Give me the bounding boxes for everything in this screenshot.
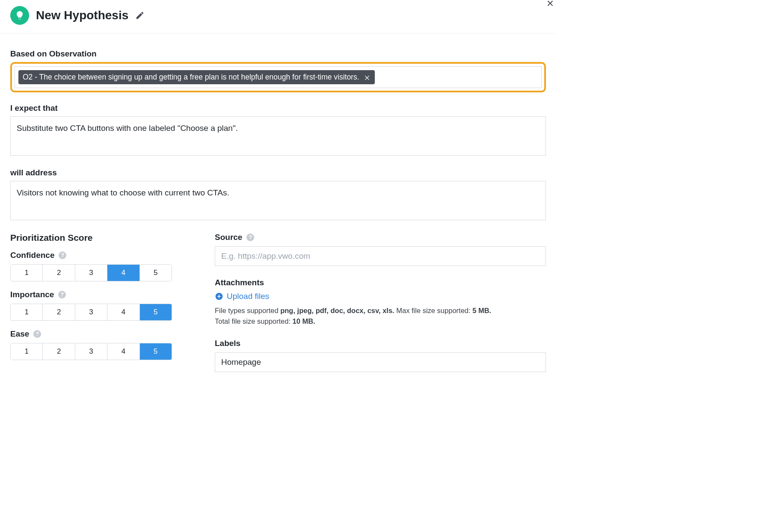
importance-option-3[interactable]: 3	[75, 304, 107, 320]
importance-option-5[interactable]: 5	[140, 304, 172, 320]
remove-chip-icon[interactable]	[364, 74, 371, 81]
observation-highlight: O2 - The choice between signing up and g…	[10, 62, 546, 92]
ease-option-4[interactable]: 4	[107, 343, 139, 360]
source-block: Source ?	[215, 233, 546, 266]
page-title: New Hypothesis	[36, 9, 128, 22]
importance-block: Importance ? 12345	[10, 290, 181, 321]
expect-field: I expect that	[10, 103, 546, 157]
source-input[interactable]	[215, 246, 546, 266]
ease-option-2[interactable]: 2	[43, 343, 75, 360]
observation-chip-label: O2 - The choice between signing up and g…	[23, 73, 359, 82]
confidence-option-3[interactable]: 3	[75, 265, 107, 281]
lightbulb-icon	[10, 6, 29, 25]
edit-icon[interactable]	[135, 11, 145, 20]
help-icon[interactable]: ?	[33, 330, 41, 338]
close-icon[interactable]: ×	[547, 0, 554, 9]
observation-chip[interactable]: O2 - The choice between signing up and g…	[18, 70, 375, 84]
confidence-block: Confidence ? 12345	[10, 251, 181, 281]
labels-block: Labels Homepage	[215, 339, 546, 372]
labels-label: Labels	[215, 339, 240, 348]
importance-label: Importance	[10, 290, 54, 299]
ease-option-3[interactable]: 3	[75, 343, 107, 360]
importance-row: 12345	[10, 304, 172, 321]
confidence-option-5[interactable]: 5	[140, 265, 172, 281]
plus-circle-icon	[215, 292, 223, 301]
upload-files-label: Upload files	[227, 292, 269, 301]
prioritization-title: Prioritization Score	[10, 233, 181, 243]
labels-input[interactable]: Homepage	[215, 352, 546, 372]
upload-files-link[interactable]: Upload files	[215, 292, 269, 301]
address-field: will address	[10, 168, 546, 222]
expect-input[interactable]	[10, 116, 546, 156]
observation-input[interactable]: O2 - The choice between signing up and g…	[15, 66, 542, 88]
confidence-row: 12345	[10, 264, 172, 281]
source-label: Source	[215, 233, 242, 242]
attachments-help: File types supported png, jpeg, pdf, doc…	[215, 305, 546, 327]
ease-label: Ease	[10, 329, 29, 339]
ease-option-5[interactable]: 5	[140, 343, 172, 360]
confidence-label: Confidence	[10, 251, 54, 260]
attachments-label: Attachments	[215, 278, 264, 287]
attachments-block: Attachments Upload files File types supp…	[215, 278, 546, 327]
address-input[interactable]	[10, 181, 546, 220]
prioritization-section: Prioritization Score Confidence ? 12345 …	[10, 233, 181, 384]
ease-block: Ease ? 12345	[10, 329, 181, 360]
help-icon[interactable]: ?	[59, 251, 66, 259]
ease-option-1[interactable]: 1	[11, 343, 43, 360]
ease-row: 12345	[10, 343, 172, 360]
observation-label: Based on Observation	[10, 49, 546, 59]
expect-label: I expect that	[10, 103, 546, 113]
observation-field: Based on Observation O2 - The choice bet…	[10, 49, 546, 92]
confidence-option-4[interactable]: 4	[107, 265, 139, 281]
importance-option-2[interactable]: 2	[43, 304, 75, 320]
address-label: will address	[10, 168, 546, 177]
confidence-option-1[interactable]: 1	[11, 265, 43, 281]
importance-option-1[interactable]: 1	[11, 304, 43, 320]
importance-option-4[interactable]: 4	[107, 304, 139, 320]
help-icon[interactable]: ?	[58, 291, 66, 299]
page-header: New Hypothesis	[0, 0, 556, 34]
help-icon[interactable]: ?	[246, 233, 254, 241]
confidence-option-2[interactable]: 2	[43, 265, 75, 281]
